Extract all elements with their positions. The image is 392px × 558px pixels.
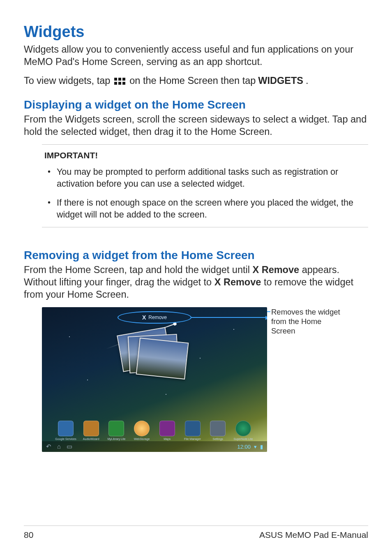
document-title: ASUS MeMO Pad E-Manual	[259, 530, 368, 540]
x-remove-bold: X Remove	[214, 277, 261, 287]
section-body-remove: From the Home Screen, tap and hold the w…	[24, 264, 368, 301]
close-x-icon: X	[142, 314, 146, 321]
page-footer: 80 ASUS MeMO Pad E-Manual	[24, 526, 368, 540]
dock-app: MyLibrary Lite	[107, 421, 125, 440]
important-block: IMPORTANT! You may be prompted to perfor…	[42, 144, 368, 227]
apps-grid-icon	[114, 78, 125, 85]
dock-app: Google Services	[57, 421, 75, 440]
text-fragment: To view widgets, tap	[24, 74, 110, 87]
figure-wrap: X Remove Google Services AudioWizard MyL…	[24, 307, 368, 452]
dock-app: File Manager	[184, 421, 202, 440]
home-icon: ⌂	[57, 443, 61, 450]
recents-icon: ▭	[67, 443, 72, 450]
view-widgets-instruction: To view widgets, tap on the Home Screen …	[24, 74, 368, 87]
section-heading-display: Displaying a widget on the Home Screen	[24, 98, 368, 111]
remove-target: X Remove	[118, 311, 191, 324]
important-item: If there is not enough space on the scre…	[46, 197, 366, 220]
text-fragment: on the Home Screen then tap	[129, 74, 256, 87]
dock-app: Settings	[209, 421, 227, 440]
page-number: 80	[24, 530, 33, 540]
clock-text: 12:00	[237, 444, 251, 450]
intro-paragraph: Widgets allow you to conveniently access…	[24, 43, 368, 68]
battery-icon: ▮	[260, 444, 263, 450]
dock-app: Maps	[158, 421, 176, 440]
callout-text: Removes the widget from the Home Screen	[267, 307, 341, 336]
callout-arrow	[191, 317, 267, 318]
important-item: You may be prompted to perform additiona…	[46, 166, 366, 190]
remove-label: Remove	[148, 315, 167, 320]
back-icon: ↶	[46, 443, 51, 450]
app-dock: Google Services AudioWizard MyLibrary Li…	[57, 414, 252, 440]
wifi-icon: ▾	[254, 444, 257, 450]
section-heading-remove: Removing a widget from the Home Screen	[24, 249, 368, 262]
widgets-label-bold: WIDGETS	[258, 74, 303, 87]
page-title: Widgets	[24, 23, 368, 41]
dock-app: WebStorage	[133, 421, 151, 440]
text-fragment: From the Home Screen, tap and hold the w…	[24, 264, 252, 275]
dock-app: SuperNote Lite	[234, 421, 252, 440]
homescreen-screenshot: X Remove Google Services AudioWizard MyL…	[42, 307, 267, 452]
text-fragment: .	[306, 74, 309, 87]
important-label: IMPORTANT!	[44, 150, 366, 160]
section-body-display: From the Widgets screen, scroll the scre…	[24, 113, 368, 138]
dock-app: AudioWizard	[82, 421, 100, 440]
gallery-widget	[120, 331, 189, 384]
x-remove-bold: X Remove	[252, 264, 299, 275]
android-navbar: ↶ ⌂ ▭ 12:00 ▾ ▮	[42, 441, 267, 452]
